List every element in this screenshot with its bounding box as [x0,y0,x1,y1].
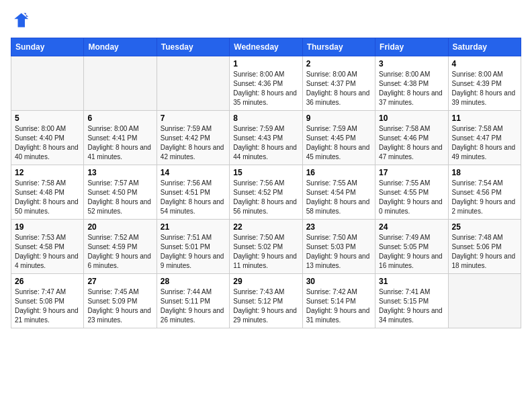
calendar-cell: 5Sunrise: 8:00 AM Sunset: 4:40 PM Daylig… [11,111,84,165]
day-info: Sunrise: 7:53 AM Sunset: 4:58 PM Dayligh… [15,233,80,271]
day-info: Sunrise: 7:47 AM Sunset: 5:08 PM Dayligh… [15,287,80,325]
day-number: 24 [379,222,444,232]
day-number: 9 [306,113,371,123]
day-info: Sunrise: 7:48 AM Sunset: 5:06 PM Dayligh… [452,233,517,271]
day-number: 20 [87,222,152,232]
day-number: 13 [87,168,152,177]
day-number: 8 [233,113,298,123]
day-number: 19 [15,222,80,232]
calendar-cell: 20Sunrise: 7:52 AM Sunset: 4:59 PM Dayli… [84,220,157,274]
calendar-cell: 18Sunrise: 7:54 AM Sunset: 4:56 PM Dayli… [448,165,521,220]
day-number: 30 [306,277,371,286]
day-number: 27 [87,277,152,286]
week-row-2: 5Sunrise: 8:00 AM Sunset: 4:40 PM Daylig… [11,111,521,165]
day-number: 5 [15,113,80,123]
day-number: 11 [452,113,517,123]
calendar-cell: 22Sunrise: 7:50 AM Sunset: 5:02 PM Dayli… [230,220,302,274]
calendar-cell: 15Sunrise: 7:56 AM Sunset: 4:52 PM Dayli… [230,165,302,220]
calendar-cell: 12Sunrise: 7:58 AM Sunset: 4:48 PM Dayli… [11,165,84,220]
calendar-cell: 17Sunrise: 7:55 AM Sunset: 4:55 PM Dayli… [375,165,448,220]
day-info: Sunrise: 7:59 AM Sunset: 4:43 PM Dayligh… [233,124,298,162]
day-header-tuesday: Tuesday [157,38,229,56]
day-info: Sunrise: 7:43 AM Sunset: 5:12 PM Dayligh… [233,287,298,325]
calendar-header-row: SundayMondayTuesdayWednesdayThursdayFrid… [11,38,521,56]
calendar-cell: 29Sunrise: 7:43 AM Sunset: 5:12 PM Dayli… [230,274,302,328]
calendar-cell: 3Sunrise: 8:00 AM Sunset: 4:38 PM Daylig… [375,56,448,111]
calendar-cell: 11Sunrise: 7:58 AM Sunset: 4:47 PM Dayli… [448,111,521,165]
day-info: Sunrise: 7:58 AM Sunset: 4:47 PM Dayligh… [452,124,517,162]
day-info: Sunrise: 7:56 AM Sunset: 4:51 PM Dayligh… [161,179,226,216]
day-info: Sunrise: 7:41 AM Sunset: 5:15 PM Dayligh… [379,287,444,325]
day-info: Sunrise: 8:00 AM Sunset: 4:40 PM Dayligh… [15,124,80,162]
day-info: Sunrise: 8:00 AM Sunset: 4:36 PM Dayligh… [233,70,298,107]
day-header-friday: Friday [375,38,448,56]
day-info: Sunrise: 7:55 AM Sunset: 4:54 PM Dayligh… [306,179,371,216]
day-number: 6 [87,113,152,123]
week-row-1: 1Sunrise: 8:00 AM Sunset: 4:36 PM Daylig… [11,56,521,111]
day-header-wednesday: Wednesday [230,38,302,56]
day-number: 18 [452,168,517,177]
day-info: Sunrise: 7:54 AM Sunset: 4:56 PM Dayligh… [452,179,517,216]
day-info: Sunrise: 7:58 AM Sunset: 4:48 PM Dayligh… [15,179,80,216]
calendar-cell: 25Sunrise: 7:48 AM Sunset: 5:06 PM Dayli… [448,220,521,274]
day-header-thursday: Thursday [302,38,375,56]
logo-icon [11,11,30,30]
day-number: 3 [379,59,444,68]
day-number: 21 [161,222,226,232]
calendar-cell: 31Sunrise: 7:41 AM Sunset: 5:15 PM Dayli… [375,274,448,328]
day-number: 7 [161,113,226,123]
day-info: Sunrise: 7:50 AM Sunset: 5:02 PM Dayligh… [233,233,298,271]
day-info: Sunrise: 7:58 AM Sunset: 4:46 PM Dayligh… [379,124,444,162]
calendar-cell: 26Sunrise: 7:47 AM Sunset: 5:08 PM Dayli… [11,274,84,328]
calendar-cell: 24Sunrise: 7:49 AM Sunset: 5:05 PM Dayli… [375,220,448,274]
calendar-cell: 14Sunrise: 7:56 AM Sunset: 4:51 PM Dayli… [157,165,229,220]
calendar-cell: 21Sunrise: 7:51 AM Sunset: 5:01 PM Dayli… [157,220,229,274]
calendar-cell: 2Sunrise: 8:00 AM Sunset: 4:37 PM Daylig… [302,56,375,111]
week-row-5: 26Sunrise: 7:47 AM Sunset: 5:08 PM Dayli… [11,274,521,328]
day-number: 2 [306,59,371,68]
day-number: 29 [233,277,298,286]
calendar-cell: 19Sunrise: 7:53 AM Sunset: 4:58 PM Dayli… [11,220,84,274]
calendar-table: SundayMondayTuesdayWednesdayThursdayFrid… [11,38,521,328]
calendar-body: 1Sunrise: 8:00 AM Sunset: 4:36 PM Daylig… [11,56,521,328]
day-number: 14 [161,168,226,177]
calendar-cell [11,56,84,111]
day-info: Sunrise: 7:55 AM Sunset: 4:55 PM Dayligh… [379,179,444,216]
day-number: 31 [379,277,444,286]
day-number: 25 [452,222,517,232]
day-info: Sunrise: 7:44 AM Sunset: 5:11 PM Dayligh… [161,287,226,325]
day-info: Sunrise: 7:50 AM Sunset: 5:03 PM Dayligh… [306,233,371,271]
calendar-cell [84,56,157,111]
week-row-3: 12Sunrise: 7:58 AM Sunset: 4:48 PM Dayli… [11,165,521,220]
day-info: Sunrise: 8:00 AM Sunset: 4:38 PM Dayligh… [379,70,444,107]
calendar-cell: 28Sunrise: 7:44 AM Sunset: 5:11 PM Dayli… [157,274,229,328]
calendar-cell: 9Sunrise: 7:59 AM Sunset: 4:45 PM Daylig… [302,111,375,165]
day-number: 28 [161,277,226,286]
day-number: 23 [306,222,371,232]
day-number: 12 [15,168,80,177]
day-header-monday: Monday [84,38,157,56]
day-number: 4 [452,59,517,68]
day-number: 17 [379,168,444,177]
day-info: Sunrise: 8:00 AM Sunset: 4:41 PM Dayligh… [87,124,152,162]
logo [11,11,32,30]
day-number: 15 [233,168,298,177]
day-info: Sunrise: 7:57 AM Sunset: 4:50 PM Dayligh… [87,179,152,216]
calendar-cell: 13Sunrise: 7:57 AM Sunset: 4:50 PM Dayli… [84,165,157,220]
calendar-cell: 23Sunrise: 7:50 AM Sunset: 5:03 PM Dayli… [302,220,375,274]
day-header-saturday: Saturday [448,38,521,56]
day-number: 1 [233,59,298,68]
day-number: 26 [15,277,80,286]
calendar-cell: 30Sunrise: 7:42 AM Sunset: 5:14 PM Dayli… [302,274,375,328]
day-info: Sunrise: 7:59 AM Sunset: 4:42 PM Dayligh… [161,124,226,162]
day-info: Sunrise: 7:45 AM Sunset: 5:09 PM Dayligh… [87,287,152,325]
day-number: 22 [233,222,298,232]
calendar-cell [448,274,521,328]
calendar-cell: 6Sunrise: 8:00 AM Sunset: 4:41 PM Daylig… [84,111,157,165]
day-number: 10 [379,113,444,123]
day-number: 16 [306,168,371,177]
day-header-sunday: Sunday [11,38,84,56]
day-info: Sunrise: 7:42 AM Sunset: 5:14 PM Dayligh… [306,287,371,325]
calendar-cell: 27Sunrise: 7:45 AM Sunset: 5:09 PM Dayli… [84,274,157,328]
calendar-cell: 4Sunrise: 8:00 AM Sunset: 4:39 PM Daylig… [448,56,521,111]
